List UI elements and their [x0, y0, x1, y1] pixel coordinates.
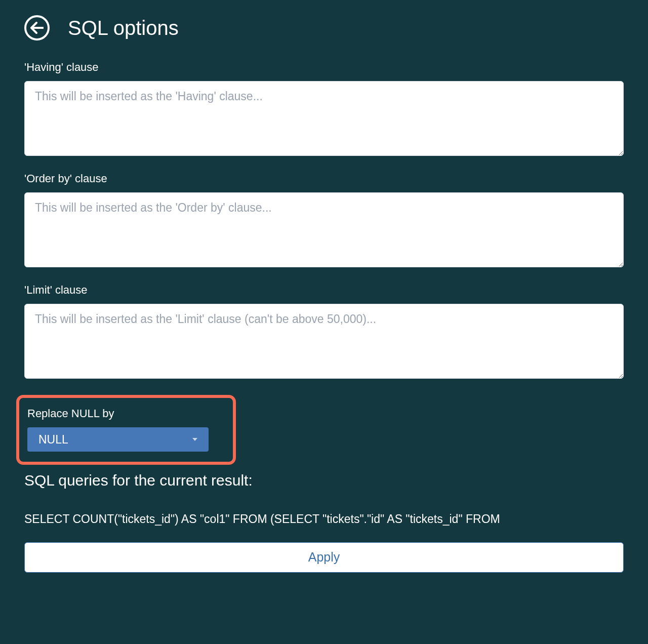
apply-button[interactable]: Apply — [24, 542, 624, 573]
sql-query-text: SELECT COUNT("tickets_id") AS "col1" FRO… — [24, 510, 624, 528]
limit-input[interactable] — [24, 304, 624, 379]
orderby-label: 'Order by' clause — [24, 172, 624, 185]
orderby-input[interactable] — [24, 192, 624, 267]
replace-null-select[interactable]: NULL — [27, 427, 209, 452]
apply-button-label: Apply — [308, 550, 340, 565]
replace-null-highlight: Replace NULL by NULL — [16, 395, 236, 465]
replace-null-label: Replace NULL by — [27, 407, 225, 420]
limit-label: 'Limit' clause — [24, 284, 624, 297]
back-button[interactable] — [24, 15, 50, 41]
replace-null-value: NULL — [38, 433, 68, 447]
arrow-left-icon — [30, 22, 44, 34]
chevron-down-icon — [192, 438, 197, 441]
having-label: 'Having' clause — [24, 61, 624, 74]
having-input[interactable] — [24, 81, 624, 156]
page-title: SQL options — [68, 17, 179, 39]
queries-heading: SQL queries for the current result: — [24, 472, 624, 489]
